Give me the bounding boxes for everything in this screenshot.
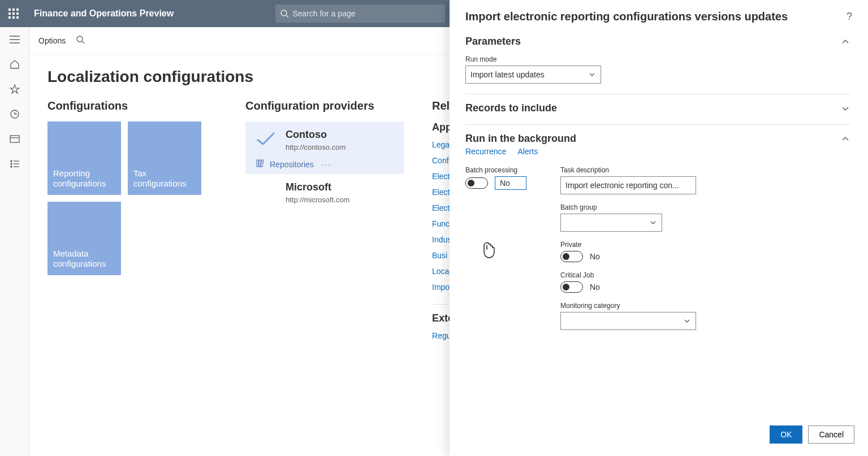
- waffle-icon: [8, 8, 19, 19]
- recurrence-link[interactable]: Recurrence: [465, 147, 506, 156]
- batch-processing-value: No: [495, 176, 526, 190]
- hamburger-button[interactable]: [1, 27, 28, 52]
- chevron-down-icon: [649, 219, 657, 227]
- svg-line-1: [286, 15, 288, 18]
- search-icon: [280, 9, 289, 18]
- chevron-down-icon: [588, 71, 596, 79]
- configurations-heading: Configurations: [47, 99, 217, 112]
- help-button[interactable]: ?: [847, 11, 852, 23]
- configurations-column: Configurations Reporting configurations …: [47, 99, 217, 347]
- cancel-button[interactable]: Cancel: [808, 425, 854, 444]
- chevron-up-icon: [841, 37, 850, 46]
- list-icon: [10, 160, 19, 168]
- svg-point-8: [10, 160, 12, 162]
- provider-card-contoso[interactable]: Contoso http://contoso.com Repositories …: [245, 121, 404, 174]
- app-launcher-button[interactable]: [0, 8, 27, 19]
- section-title: Run in the background: [465, 133, 841, 145]
- section-toggle-background[interactable]: Run in the background: [465, 133, 850, 145]
- home-button[interactable]: [1, 52, 28, 77]
- providers-heading: Configuration providers: [245, 99, 404, 112]
- run-mode-value: Import latest updates: [470, 70, 545, 79]
- page-search-button[interactable]: [76, 35, 85, 46]
- tile-reporting-configurations[interactable]: Reporting configurations: [47, 121, 121, 195]
- repositories-link[interactable]: Repositories: [270, 160, 314, 169]
- svg-point-9: [10, 163, 12, 165]
- private-label: Private: [560, 241, 696, 249]
- section-toggle-parameters[interactable]: Parameters: [465, 36, 850, 47]
- run-mode-select[interactable]: Import latest updates: [465, 66, 601, 84]
- modules-button[interactable]: [1, 151, 28, 176]
- provider-url: http://contoso.com: [286, 143, 346, 151]
- run-mode-label: Run mode: [465, 55, 850, 63]
- app-title: Finance and Operations Preview: [34, 8, 174, 19]
- monitoring-select[interactable]: [560, 312, 696, 330]
- batch-processing-toggle[interactable]: [465, 177, 488, 189]
- provider-card-microsoft[interactable]: Microsoft http://microsoft.com: [245, 174, 404, 209]
- chevron-down-icon: [841, 104, 850, 113]
- ok-button[interactable]: OK: [770, 425, 802, 444]
- clock-icon: [10, 109, 20, 119]
- batch-processing-label: Batch processing: [465, 166, 526, 174]
- svg-point-0: [281, 10, 287, 16]
- background-right-column: Task description Import electronic repor…: [560, 166, 696, 339]
- providers-column: Configuration providers Contoso http://c…: [245, 99, 404, 347]
- global-search[interactable]: [275, 5, 445, 23]
- hamburger-icon: [10, 36, 20, 44]
- favorites-button[interactable]: [1, 77, 28, 102]
- star-icon: [10, 84, 20, 94]
- search-icon: [76, 35, 85, 44]
- section-background: Run in the background Recurrence Alerts …: [465, 124, 850, 349]
- svg-rect-18: [261, 160, 264, 167]
- workspaces-button[interactable]: [1, 127, 28, 151]
- task-description-label: Task description: [560, 166, 696, 174]
- provider-name: Contoso: [286, 129, 346, 141]
- private-value: No: [590, 252, 600, 261]
- background-left-column: Batch processing No: [465, 166, 526, 339]
- section-parameters: Parameters Run mode Import latest update…: [465, 28, 850, 94]
- chevron-down-icon: [683, 317, 691, 325]
- more-button[interactable]: ···: [322, 160, 332, 169]
- svg-line-15: [82, 41, 84, 44]
- options-menu[interactable]: Options: [38, 36, 66, 45]
- section-toggle-records[interactable]: Records to include: [465, 102, 850, 114]
- home-icon: [10, 59, 20, 70]
- svg-rect-17: [259, 160, 261, 167]
- svg-point-10: [10, 166, 12, 168]
- critical-value: No: [590, 283, 600, 292]
- dialog-panel: Import electronic reporting configuratio…: [450, 0, 868, 456]
- batch-group-label: Batch group: [560, 203, 696, 211]
- tile-tax-configurations[interactable]: Tax configurations: [128, 121, 201, 195]
- left-nav-rail: [0, 27, 29, 456]
- provider-url: http://microsoft.com: [286, 196, 349, 204]
- books-icon: [256, 159, 265, 169]
- private-toggle[interactable]: [560, 251, 583, 262]
- monitoring-label: Monitoring category: [560, 302, 696, 310]
- svg-rect-6: [10, 136, 19, 142]
- recent-button[interactable]: [1, 102, 28, 127]
- critical-toggle[interactable]: [560, 281, 583, 293]
- search-input[interactable]: [292, 9, 441, 18]
- section-title: Parameters: [465, 36, 841, 47]
- section-title: Records to include: [465, 102, 841, 114]
- section-records: Records to include: [465, 94, 850, 124]
- svg-point-14: [77, 36, 83, 42]
- batch-group-select[interactable]: [560, 214, 662, 232]
- critical-label: Critical Job: [560, 271, 696, 279]
- dialog-title: Import electronic reporting configuratio…: [465, 10, 847, 23]
- alerts-link[interactable]: Alerts: [517, 147, 538, 156]
- card-icon: [10, 135, 20, 143]
- check-icon: [256, 132, 275, 149]
- chevron-up-icon: [841, 134, 850, 144]
- provider-name: Microsoft: [286, 181, 349, 193]
- tile-metadata-configurations[interactable]: Metadata configurations: [47, 202, 121, 275]
- svg-rect-16: [257, 160, 258, 167]
- task-description-value: Import electronic reporting con...: [565, 181, 679, 190]
- task-description-input[interactable]: Import electronic reporting con...: [560, 176, 696, 194]
